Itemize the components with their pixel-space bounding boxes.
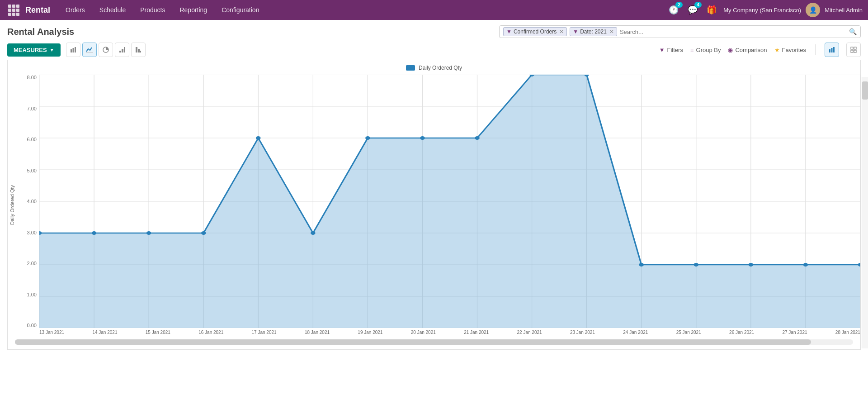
y-value-0: 0.00: [27, 323, 37, 328]
comparison-button[interactable]: ◉ Comparison: [728, 47, 767, 53]
remove-filter-date[interactable]: ✕: [609, 29, 614, 35]
x-label-5: 18 Jan 2021: [305, 330, 330, 335]
x-label-4: 17 Jan 2021: [252, 330, 277, 335]
measures-label: MEASURES: [14, 47, 47, 53]
x-label-6: 19 Jan 2021: [358, 330, 382, 335]
x-label-15: 28 Jan 2021: [835, 330, 860, 335]
menu-item-reporting[interactable]: Reporting: [173, 4, 213, 16]
search-input[interactable]: [620, 29, 846, 35]
menu-item-products[interactable]: Products: [134, 4, 171, 16]
svg-rect-12: [831, 48, 833, 52]
x-label-9: 22 Jan 2021: [517, 330, 542, 335]
datapoint-3: [201, 231, 206, 235]
group-by-button[interactable]: ≡ Group By: [690, 47, 721, 53]
group-by-icon: ≡: [690, 47, 694, 53]
filter-icon-2: ▼: [573, 29, 578, 35]
top-navbar: Rental Orders Schedule Products Reportin…: [0, 0, 868, 20]
view-bar-chart-button[interactable]: [825, 43, 839, 57]
filter-tag-confirmed-orders: ▼ Confirmed Orders ✕: [503, 27, 567, 36]
toolbar-right: ▼ Filters ≡ Group By ◉ Comparison ★ Favo…: [659, 43, 861, 57]
filter-icon: ▼: [659, 47, 665, 53]
scrollbar-thumb: [15, 339, 811, 345]
svg-rect-0: [71, 49, 72, 52]
bar-chart-icon: [70, 47, 76, 53]
star-icon: ★: [774, 47, 780, 53]
y-value-8: 8.00: [27, 75, 37, 80]
messages-badge: 4: [694, 2, 702, 8]
search-icon[interactable]: 🔍: [849, 28, 857, 35]
filter-tag-label-1: Confirmed Orders: [514, 29, 557, 35]
svg-rect-1: [72, 48, 74, 52]
vertical-scrollbar[interactable]: [862, 77, 868, 348]
horizontal-scrollbar[interactable]: [15, 339, 853, 345]
svg-rect-3: [86, 52, 93, 52]
x-label-2: 15 Jan 2021: [146, 330, 170, 335]
x-label-0: 13 Jan 2021: [39, 330, 64, 335]
avatar[interactable]: 👤: [806, 3, 820, 17]
filter-tag-label-2: Date: 2021: [580, 29, 607, 35]
svg-rect-11: [829, 49, 830, 52]
view-grid-button[interactable]: [846, 43, 861, 57]
chart-type-bar-button[interactable]: [66, 43, 80, 57]
group-by-label: Group By: [696, 47, 721, 53]
separator: [815, 44, 816, 55]
svg-rect-5: [119, 51, 121, 52]
chart-container: Daily Ordered Qty Daily Ordered Qty 8.00…: [7, 60, 861, 350]
grid-icon: [8, 5, 19, 16]
filters-label: Filters: [667, 47, 683, 53]
user-menu[interactable]: Mitchell Admin: [825, 7, 863, 14]
svg-rect-14: [851, 47, 853, 49]
datapoint-14: [803, 263, 808, 267]
filters-button[interactable]: ▼ Filters: [659, 47, 683, 53]
chart-type-line-button[interactable]: [82, 43, 97, 57]
legend-label: Daily Ordered Qty: [419, 65, 462, 71]
sort-desc-icon: [135, 47, 142, 53]
comparison-icon: ◉: [728, 47, 733, 53]
x-label-13: 26 Jan 2021: [729, 330, 754, 335]
measures-arrow-icon: ▼: [50, 48, 54, 52]
y-value-4: 4.00: [27, 199, 37, 204]
filter-icon-1: ▼: [506, 29, 512, 35]
menu-item-orders[interactable]: Orders: [59, 4, 91, 16]
x-label-10: 23 Jan 2021: [570, 330, 595, 335]
x-label-8: 21 Jan 2021: [464, 330, 489, 335]
favorites-label: Favorites: [782, 47, 806, 53]
sort-desc-button[interactable]: [131, 43, 146, 57]
sort-asc-icon: [119, 47, 125, 53]
x-axis-labels: 13 Jan 2021 14 Jan 2021 15 Jan 2021 16 J…: [17, 330, 860, 335]
svg-rect-8: [136, 47, 137, 52]
menu-item-configuration[interactable]: Configuration: [215, 4, 265, 16]
x-label-3: 16 Jan 2021: [198, 330, 223, 335]
company-selector[interactable]: My Company (San Francisco): [723, 7, 801, 14]
y-axis: 8.00 7.00 6.00 5.00 4.00 3.00 2.00 1.00 …: [17, 75, 39, 328]
chart-legend: Daily Ordered Qty: [8, 65, 860, 71]
datapoint-5: [311, 231, 316, 235]
chart-toolbar: MEASURES ▼: [7, 43, 861, 57]
svg-rect-16: [851, 50, 853, 52]
line-chart-icon: [86, 47, 93, 53]
x-label-14: 27 Jan 2021: [782, 330, 807, 335]
gift-icon: 🎁: [707, 5, 717, 15]
y-value-1: 1.00: [27, 292, 37, 297]
messages-button[interactable]: 💬 4: [685, 3, 700, 17]
menu-item-schedule[interactable]: Schedule: [93, 4, 132, 16]
main-content: Rental Analysis ▼ Confirmed Orders ✕ ▼ D…: [0, 20, 868, 350]
chart-type-pie-button[interactable]: [99, 43, 113, 57]
main-menu: Orders Schedule Products Reporting Confi…: [59, 4, 666, 16]
page-title: Rental Analysis: [7, 27, 74, 37]
datapoint-12: [694, 263, 699, 267]
datapoint-1: [92, 231, 97, 235]
measures-button[interactable]: MEASURES ▼: [7, 43, 61, 57]
updates-button[interactable]: 🕐 2: [666, 3, 681, 17]
filter-tag-date-2021: ▼ Date: 2021 ✕: [570, 27, 617, 36]
gift-button[interactable]: 🎁: [704, 3, 719, 17]
sort-asc-button[interactable]: [115, 43, 129, 57]
legend-swatch: [406, 65, 415, 71]
x-label-1: 14 Jan 2021: [92, 330, 117, 335]
y-value-6: 6.00: [27, 137, 37, 142]
app-brand[interactable]: Rental: [25, 5, 50, 15]
remove-filter-confirmed-orders[interactable]: ✕: [559, 29, 564, 35]
view-grid-icon: [850, 47, 857, 53]
apps-grid-button[interactable]: [5, 2, 22, 18]
favorites-button[interactable]: ★ Favorites: [774, 47, 806, 53]
